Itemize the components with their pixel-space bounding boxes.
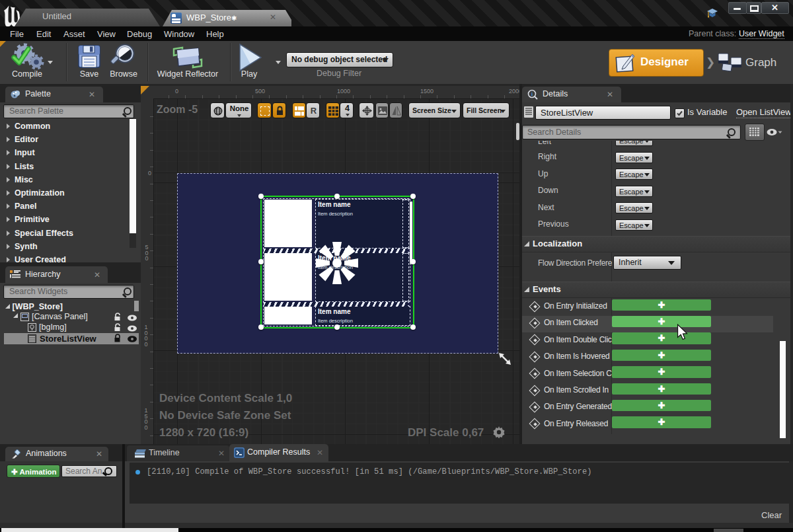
svg-text:i: i: [531, 91, 533, 97]
